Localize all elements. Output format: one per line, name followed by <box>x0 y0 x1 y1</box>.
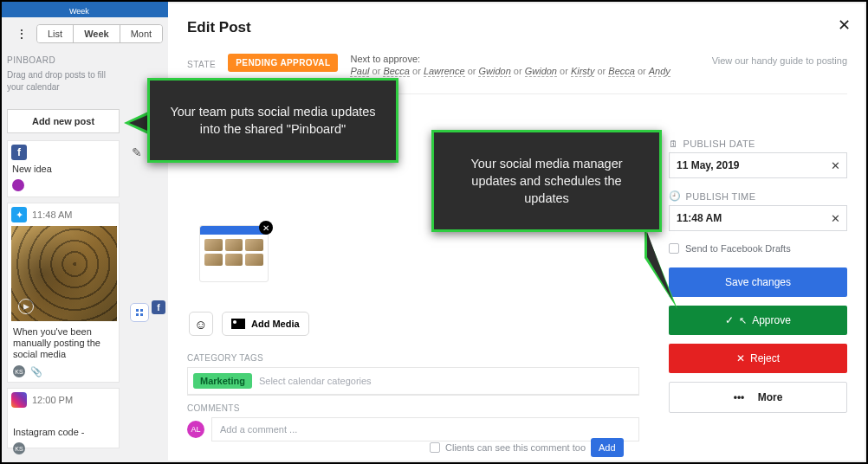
posting-guide-link[interactable]: View our handy guide to posting <box>712 55 847 66</box>
pinboard-card[interactable]: 12:00 PM Instagram code - KS <box>7 388 120 448</box>
approvers-block: Next to approve: Paul or Becca or Lawren… <box>350 54 670 76</box>
attach-icon: 📎 <box>30 366 42 377</box>
more-label: More <box>758 391 783 403</box>
state-badge: PENDING APPROVAL <box>228 54 338 72</box>
add-new-post-button[interactable]: Add new post <box>7 109 120 133</box>
card-title: Instagram code - <box>13 427 113 437</box>
pinboard-card[interactable]: ✦ 11:48 AM ▶ When you've been manually p… <box>7 203 120 383</box>
more-menu-icon[interactable]: ⋮ <box>12 24 31 43</box>
category-tag[interactable]: Marketing <box>193 373 252 389</box>
card-time: 11:48 AM <box>32 209 72 220</box>
twitter-icon: ✦ <box>11 207 27 222</box>
card-title: New idea <box>12 164 119 174</box>
publish-date-label: PUBLISH DATE <box>683 139 755 149</box>
category-label: CATEGORY TAGS <box>187 353 263 363</box>
image-icon <box>231 319 245 329</box>
reject-button[interactable]: ✕ Reject <box>669 344 847 373</box>
modal-title: Edit Post <box>187 19 251 36</box>
drag-handle-icon[interactable] <box>130 303 149 322</box>
add-comment-button[interactable]: Add <box>591 438 624 457</box>
avatar <box>12 179 24 191</box>
card-caption: When you've been manually posting the so… <box>13 326 113 360</box>
dots-icon: ••• <box>734 391 745 403</box>
facebook-icon[interactable]: f <box>152 300 165 314</box>
clients-visible-label: Clients can see this comment too <box>445 442 586 453</box>
clear-date-icon[interactable]: ✕ <box>831 159 840 172</box>
callout-manager: Your social media manager updates and sc… <box>431 130 662 232</box>
pinboard-header: PINBOARD <box>7 55 55 65</box>
state-label: STATE <box>187 60 216 69</box>
clear-time-icon[interactable]: ✕ <box>831 212 840 225</box>
approve-label: Approve <box>752 314 791 326</box>
emoji-picker-button[interactable]: ☺ <box>189 312 213 336</box>
comments-label: COMMENTS <box>187 403 240 413</box>
clients-visible-checkbox[interactable] <box>430 442 440 453</box>
pinboard-card[interactable]: f New idea <box>7 140 120 197</box>
instagram-icon <box>11 392 27 408</box>
calendar-sidebar: Week ⋮ List Week Mont PINBOARD Drag and … <box>2 2 168 462</box>
facebook-icon: f <box>11 145 27 160</box>
media-thumbnail[interactable]: ✕ <box>199 225 269 282</box>
seg-list[interactable]: List <box>37 25 74 42</box>
edit-post-modal: Edit Post ✕ STATE PENDING APPROVAL Next … <box>168 3 865 461</box>
top-nav-week[interactable]: Week <box>69 7 89 16</box>
callout-pointer <box>645 227 679 313</box>
callout-pinboard: Your team puts social media updates into… <box>147 78 398 163</box>
card-thumbnail: ▶ <box>11 226 117 321</box>
card-time: 12:00 PM <box>32 395 73 405</box>
check-icon: ✓ <box>725 314 734 326</box>
calendar-icon: 🗓 <box>669 139 678 149</box>
seg-week[interactable]: Week <box>74 25 120 42</box>
seg-month[interactable]: Mont <box>120 25 162 42</box>
play-icon[interactable]: ▶ <box>18 299 34 314</box>
avatar: KS <box>13 442 25 454</box>
more-button[interactable]: ••• More <box>669 382 847 413</box>
category-input[interactable]: Marketing Select calendar categories <box>187 367 639 396</box>
category-placeholder: Select calendar categories <box>259 376 372 386</box>
remove-media-icon[interactable]: ✕ <box>259 221 273 235</box>
close-icon: ✕ <box>736 352 745 364</box>
cursor-icon: ↖ <box>739 315 747 326</box>
publish-time-label: PUBLISH TIME <box>685 191 755 202</box>
reject-label: Reject <box>750 352 780 364</box>
add-media-button[interactable]: Add Media <box>222 312 309 336</box>
publish-date-input[interactable]: 11 May, 2019 <box>669 152 847 178</box>
avatar: KS <box>13 365 25 377</box>
fb-drafts-label: Send to Facebook Drafts <box>685 243 791 254</box>
avatar: AL <box>187 421 204 438</box>
top-nav-strip: Week <box>2 2 168 17</box>
approvers-header: Next to approve: <box>350 54 670 64</box>
pinboard-hint: Drag and drop posts to fill your calenda… <box>7 69 120 93</box>
edit-icon[interactable]: ✎ <box>132 145 142 159</box>
clock-icon: 🕘 <box>669 190 681 202</box>
close-icon[interactable]: ✕ <box>838 16 851 35</box>
view-segment: ⋮ List Week Mont <box>12 24 163 43</box>
add-media-label: Add Media <box>251 319 300 329</box>
